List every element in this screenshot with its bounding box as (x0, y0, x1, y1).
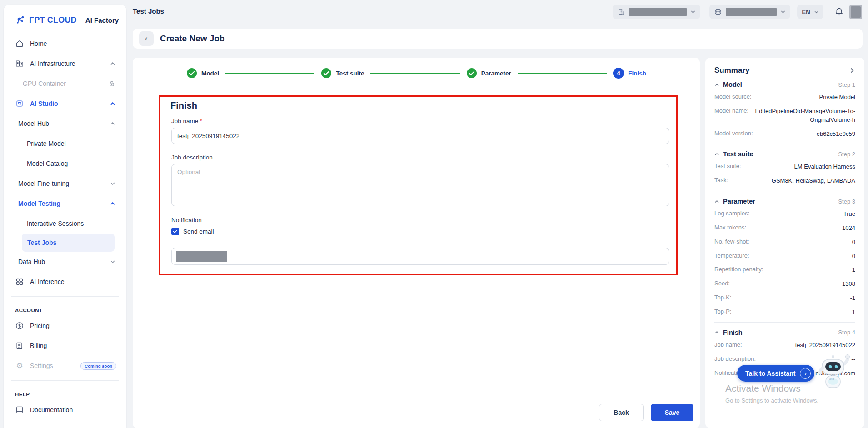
sidebar-item-home[interactable]: Home (4, 34, 126, 54)
chevron-down-icon[interactable] (110, 181, 115, 186)
sidebar-item-model-testing[interactable]: Model Testing (4, 194, 126, 214)
step-label: Finish (628, 70, 646, 77)
summary-row: Top-P:1 (714, 308, 855, 317)
notification-email-input[interactable] (171, 248, 669, 265)
chevron-down-icon[interactable] (110, 259, 115, 264)
fpt-logo-icon (15, 15, 26, 25)
avatar[interactable] (849, 5, 862, 19)
highlighted-form-region: Finish Job name* Job description Notific… (159, 95, 678, 275)
region-selector[interactable] (709, 5, 790, 19)
check-icon (186, 68, 197, 79)
summary-row: Seed:1308 (714, 280, 855, 289)
summary-row: Top-K:-1 (714, 294, 855, 303)
summary-step-badge: Step 3 (838, 198, 855, 205)
chevron-up-icon[interactable] (714, 330, 719, 335)
chevron-down-icon (814, 10, 819, 15)
sidebar-item-ai-infrastructure[interactable]: AI Infrastructure (4, 54, 126, 74)
chevron-up-icon[interactable] (110, 121, 115, 126)
send-email-label: Send email (183, 228, 214, 235)
organization-selector[interactable] (613, 5, 700, 19)
redacted-email-value (176, 251, 227, 262)
chevron-up-icon[interactable] (714, 152, 719, 157)
sidebar-item-test-jobs[interactable]: Test Jobs (22, 234, 115, 252)
redacted-region-name (726, 8, 777, 16)
chevron-up-icon[interactable] (110, 61, 115, 66)
chevron-up-icon[interactable] (714, 82, 719, 87)
job-description-label: Job description (171, 154, 213, 161)
sidebar-item-label: AI Inference (30, 278, 65, 285)
sidebar-item-documentation[interactable]: Documentation (4, 400, 126, 420)
summary-section-title: Parameter (723, 198, 755, 205)
svg-text:anB: anB (829, 378, 834, 380)
summary-row: No. few-shot:0 (714, 238, 855, 247)
job-name-input[interactable] (171, 128, 669, 144)
sidebar-item-model-catalog[interactable]: Model Catalog (4, 154, 126, 174)
footer-divider (133, 400, 700, 400)
sidebar-item-label: Private Model (27, 140, 66, 147)
sidebar: FPT CLOUD AI Factory Home AI Infrastruct… (4, 5, 126, 428)
sidebar-divider (11, 380, 119, 381)
sidebar-item-billing[interactable]: Billing (4, 336, 126, 356)
sidebar-item-label: Billing (30, 342, 47, 349)
chevron-up-icon[interactable] (714, 199, 719, 204)
step-test-suite[interactable]: Test suite (321, 68, 364, 79)
job-description-textarea[interactable] (171, 164, 669, 206)
save-button[interactable]: Save (651, 404, 693, 421)
sidebar-item-ai-inference[interactable]: AI Inference (4, 272, 126, 292)
sidebar-item-settings[interactable]: ⚙ Settings Coming soon (4, 356, 126, 376)
pricing-icon (15, 321, 24, 330)
brand-logo[interactable]: FPT CLOUD AI Factory (4, 5, 126, 25)
region-globe-icon (714, 8, 722, 16)
sidebar-item-gpu-container[interactable]: GPU Container (4, 74, 126, 94)
ai-studio-icon (15, 99, 24, 108)
breadcrumb: Test Jobs (133, 7, 164, 15)
language-selector[interactable]: EN (797, 5, 823, 19)
summary-divider (714, 191, 855, 191)
chevron-up-icon[interactable] (110, 201, 115, 206)
billing-icon (15, 341, 24, 350)
sidebar-item-model-hub[interactable]: Model Hub (4, 114, 126, 134)
summary-row: Log samples:True (714, 210, 855, 219)
sidebar-item-ai-studio[interactable]: AI Studio (4, 94, 126, 114)
back-button[interactable]: Back (599, 404, 644, 421)
step-finish[interactable]: 4 Finish (613, 68, 646, 79)
sidebar-item-private-model[interactable]: Private Model (4, 134, 126, 154)
sidebar-item-interactive-sessions[interactable]: Interactive Sessions (4, 214, 126, 234)
summary-section-title: Finish (723, 329, 743, 336)
sidebar-section-help: HELP (4, 385, 126, 400)
summary-row: Model name:EditedPipelineOld-ManageVolum… (714, 107, 855, 124)
summary-row: Task:GSM8K, HellaSwag, LAMBADA (714, 177, 855, 185)
send-email-checkbox-row[interactable]: Send email (171, 228, 214, 235)
assistant-robot-icon[interactable]: anB (814, 353, 852, 393)
coming-soon-badge: Coming soon (80, 362, 116, 370)
step-label: Model (201, 70, 219, 77)
page-header: ‹ Create New Job (133, 29, 863, 49)
check-icon (321, 68, 332, 79)
collapse-panel-chevron-icon[interactable] (849, 67, 855, 74)
sidebar-item-label: Model Fine-tuning (18, 180, 69, 187)
sidebar-item-model-fine-tuning[interactable]: Model Fine-tuning (4, 174, 126, 194)
step-connector (518, 73, 607, 74)
redacted-org-name (629, 8, 687, 16)
summary-row: Temperature:0 (714, 252, 855, 261)
sidebar-item-label: Data Hub (18, 258, 45, 265)
summary-step-badge: Step 4 (838, 329, 855, 336)
step-parameter[interactable]: Parameter (466, 68, 511, 79)
wizard-stepper: Model Test suite Parameter 4 Finish (133, 58, 700, 79)
chevron-up-icon[interactable] (110, 101, 115, 106)
sidebar-item-label: Pricing (30, 322, 50, 329)
form-heading: Finish (170, 100, 197, 111)
step-model[interactable]: Model (186, 68, 219, 79)
summary-row: Model version:eb62c51e9c59 (714, 130, 855, 139)
sidebar-item-data-hub[interactable]: Data Hub (4, 252, 126, 272)
product-name: AI Factory (85, 16, 119, 24)
talk-to-assistant-button[interactable]: Talk to Assistant › (737, 365, 814, 382)
notifications-bell-icon[interactable] (834, 7, 844, 18)
chevron-right-icon: › (800, 368, 811, 379)
language-label: EN (802, 9, 810, 15)
checkbox-checked-icon[interactable] (171, 228, 179, 235)
back-chevron-button[interactable]: ‹ (139, 31, 154, 46)
sidebar-item-label: Model Hub (18, 120, 49, 127)
sidebar-item-pricing[interactable]: Pricing (4, 316, 126, 336)
summary-step-badge: Step 1 (838, 81, 855, 88)
